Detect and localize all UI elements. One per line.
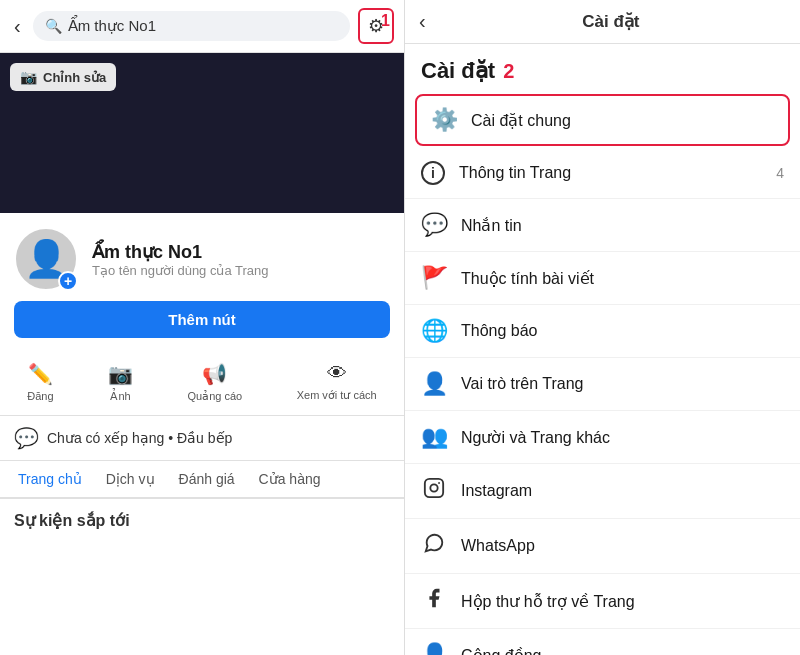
action-tab-view[interactable]: 👁 Xem với tư cách — [289, 358, 385, 407]
rating-text: Chưa có xếp hạng • Đầu bếp — [47, 430, 232, 446]
svg-point-1 — [430, 484, 437, 491]
settings-item-support-inbox[interactable]: Hộp thư hỗ trợ về Trang — [405, 574, 800, 629]
settings-item-whatsapp[interactable]: WhatsApp — [405, 519, 800, 574]
search-icon: 🔍 — [45, 18, 62, 34]
settings-item-page-info-label: Thông tin Trang — [459, 164, 762, 182]
settings-item-notification-label: Thông báo — [461, 322, 784, 340]
nav-tab-shop[interactable]: Cửa hàng — [247, 461, 333, 497]
settings-item-instagram[interactable]: Instagram — [405, 464, 800, 519]
gear-lines-icon: ⚙️ — [431, 107, 457, 133]
settings-item-notification[interactable]: 🌐 Thông báo — [405, 305, 800, 358]
info-icon: i — [421, 161, 445, 185]
left-panel: ‹ 🔍 Ẩm thực No1 ⚙ 1 📷 Chỉnh sửa 👤 + Ẩm t… — [0, 0, 405, 655]
action-tabs: ✏️ Đăng 📷 Ảnh 📢 Quảng cáo 👁 Xem với tư c… — [0, 350, 404, 416]
settings-item-support-inbox-label: Hộp thư hỗ trợ về Trang — [461, 592, 784, 611]
nav-tab-services[interactable]: Dịch vụ — [94, 461, 167, 497]
action-tab-photo[interactable]: 📷 Ảnh — [100, 358, 141, 407]
settings-item-instagram-label: Instagram — [461, 482, 784, 500]
settings-item-message[interactable]: 💬 Nhắn tin — [405, 199, 800, 252]
settings-item-roles[interactable]: 👤 Vai trò trên Trang — [405, 358, 800, 411]
search-text: Ẩm thực No1 — [68, 17, 156, 35]
page-sub: Tạo tên người dùng của Trang — [92, 263, 390, 278]
people-icon: 👥 — [421, 424, 447, 450]
settings-item-page-info-badge: 4 — [776, 165, 784, 181]
instagram-icon — [421, 477, 447, 505]
ads-icon: 📢 — [202, 362, 227, 386]
add-button[interactable]: Thêm nút — [14, 301, 390, 338]
add-button-row: Thêm nút — [0, 301, 404, 350]
globe-icon: 🌐 — [421, 318, 447, 344]
settings-list: ⚙️ Cài đặt chung i Thông tin Trang 4 💬 N… — [405, 92, 800, 655]
nav-tab-home[interactable]: Trang chủ — [6, 461, 94, 499]
svg-rect-0 — [425, 479, 443, 497]
settings-item-community-label: Cộng đồng — [461, 646, 784, 656]
left-header: ‹ 🔍 Ẩm thực No1 ⚙ 1 — [0, 0, 404, 53]
settings-main-title: Cài đặt — [421, 58, 495, 84]
post-label: Đăng — [27, 390, 53, 402]
settings-item-whatsapp-label: WhatsApp — [461, 537, 784, 555]
community-icon: 👤 — [421, 642, 447, 655]
settings-item-people-pages[interactable]: 👥 Người và Trang khác — [405, 411, 800, 464]
settings-item-post-attr[interactable]: 🚩 Thuộc tính bài viết — [405, 252, 800, 305]
right-header-title: Cài đặt — [436, 11, 786, 32]
settings-item-general-label: Cài đặt chung — [471, 111, 774, 130]
settings-item-people-pages-label: Người và Trang khác — [461, 428, 784, 447]
badge-1: 1 — [381, 12, 390, 30]
svg-point-2 — [438, 482, 440, 484]
action-tab-ads[interactable]: 📢 Quảng cáo — [180, 358, 251, 407]
edit-photo-label: Chỉnh sửa — [43, 70, 106, 85]
settings-button-wrap: ⚙ 1 — [358, 8, 394, 44]
chat-icon: 💬 — [421, 212, 447, 238]
post-icon: ✏️ — [28, 362, 53, 386]
settings-item-post-attr-label: Thuộc tính bài viết — [461, 269, 784, 288]
rating-row: 💬 Chưa có xếp hạng • Đầu bếp — [0, 416, 404, 461]
settings-title-row: Cài đặt 2 — [405, 44, 800, 92]
settings-item-roles-label: Vai trò trên Trang — [461, 375, 784, 393]
nav-tab-review[interactable]: Đánh giá — [167, 461, 247, 497]
rating-icon: 💬 — [14, 426, 39, 450]
profile-info: Ẩm thực No1 Tạo tên người dùng của Trang — [92, 241, 390, 278]
nav-tabs: Trang chủ Dịch vụ Đánh giá Cửa hàng — [0, 461, 404, 499]
cover-photo: 📷 Chỉnh sửa — [0, 53, 404, 213]
settings-item-page-info[interactable]: i Thông tin Trang 4 — [405, 148, 800, 199]
avatar-wrap: 👤 + — [14, 227, 78, 291]
whatsapp-icon — [421, 532, 447, 560]
settings-item-community[interactable]: 👤 Cộng đồng — [405, 629, 800, 655]
upcoming-events-title: Sự kiện sắp tới — [0, 499, 404, 536]
view-icon: 👁 — [327, 362, 347, 385]
person-icon: 👤 — [421, 371, 447, 397]
right-header: ‹ Cài đặt — [405, 0, 800, 44]
ads-label: Quảng cáo — [188, 390, 243, 403]
badge-2: 2 — [503, 60, 514, 83]
facebook-icon — [421, 587, 447, 615]
search-bar[interactable]: 🔍 Ẩm thực No1 — [33, 11, 350, 41]
right-panel: ‹ Cài đặt Cài đặt 2 ⚙️ Cài đặt chung i T… — [405, 0, 800, 655]
photo-icon: 📷 — [108, 362, 133, 386]
add-avatar-badge[interactable]: + — [58, 271, 78, 291]
right-back-button[interactable]: ‹ — [419, 10, 426, 33]
photo-label: Ảnh — [110, 390, 130, 403]
settings-item-message-label: Nhắn tin — [461, 216, 784, 235]
camera-icon: 📷 — [20, 69, 37, 85]
flag-icon: 🚩 — [421, 265, 447, 291]
settings-item-general[interactable]: ⚙️ Cài đặt chung — [415, 94, 790, 146]
edit-photo-button[interactable]: 📷 Chỉnh sửa — [10, 63, 116, 91]
left-back-button[interactable]: ‹ — [10, 11, 25, 42]
page-name: Ẩm thực No1 — [92, 241, 390, 263]
action-tab-post[interactable]: ✏️ Đăng — [19, 358, 61, 407]
view-label: Xem với tư cách — [297, 389, 377, 402]
profile-section: 👤 + Ẩm thực No1 Tạo tên người dùng của T… — [0, 213, 404, 301]
